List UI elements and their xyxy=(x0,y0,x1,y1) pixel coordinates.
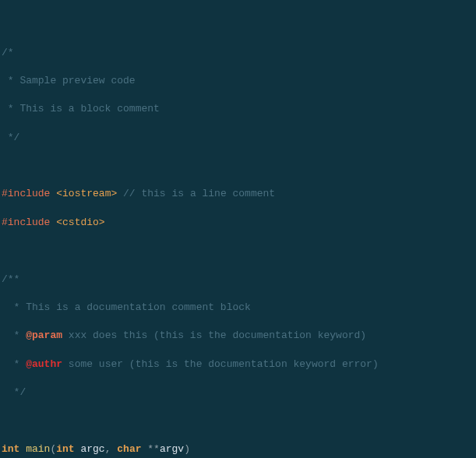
doc-l4-text: some user (this is the documentation key… xyxy=(62,358,379,370)
doc-l2-text: This is a documentation comment block xyxy=(26,301,251,313)
doc-l2-pre: * xyxy=(2,301,26,313)
doc-l4-pre: * xyxy=(2,358,26,370)
include1-header: <iostream> xyxy=(56,188,117,199)
main-comma: , xyxy=(105,443,118,455)
include1-directive: #include xyxy=(2,188,50,199)
include2-directive: #include xyxy=(2,217,50,228)
main-return: int xyxy=(2,443,19,455)
main-p2-ptr: ** xyxy=(142,443,160,455)
doc-author-tag-error: @authr xyxy=(26,358,62,370)
doc-param-tag: @param xyxy=(26,329,62,341)
block-comment-l4: */ xyxy=(2,132,19,143)
main-fn: main xyxy=(26,443,50,455)
doc-l5: */ xyxy=(2,386,26,398)
block-comment-l1: /* xyxy=(2,47,14,58)
main-p2-type: char xyxy=(117,443,141,455)
code-editor[interactable]: { "code": { "block_comment": { "l1": "/*… xyxy=(0,0,476,458)
doc-l3-pre: * xyxy=(2,329,26,341)
doc-l3-text: xxx does this (this is the documentation… xyxy=(62,329,366,341)
block-comment-l3: * This is a block comment xyxy=(2,103,160,114)
doc-l1: /** xyxy=(2,273,19,285)
include2-header: <cstdio> xyxy=(56,217,104,228)
include1-comment: // this is a line comment xyxy=(123,188,275,199)
block-comment-l2: * Sample preview code xyxy=(2,75,136,86)
main-p2-name: argv xyxy=(160,443,184,455)
main-p1-type: int xyxy=(56,443,74,455)
main-p1-name: argc xyxy=(75,443,105,455)
main-rp: ) xyxy=(184,443,190,455)
